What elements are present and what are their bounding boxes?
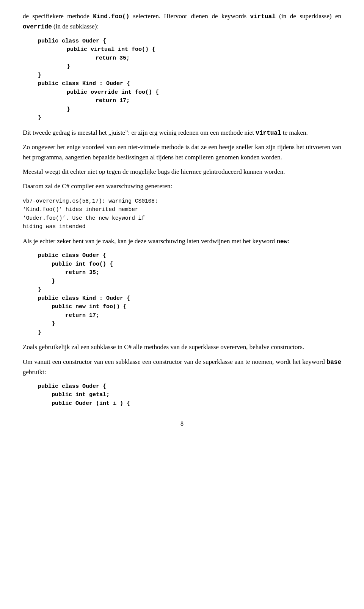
explanation-paragraph-3: Meestal weegt dit echter niet op tegen d… bbox=[23, 167, 341, 177]
code-line: } bbox=[38, 72, 41, 79]
code-block-3: public class Ouder { public int getal; p… bbox=[38, 382, 341, 408]
code-line: } bbox=[53, 63, 70, 70]
code-line: } bbox=[38, 321, 55, 327]
code-block-1: public class Ouder { public virtual int … bbox=[38, 37, 341, 123]
explanation-paragraph-1: Dit tweede gedrag is meestal het „juiste… bbox=[23, 128, 341, 138]
conclusion-paragraph-2: Om vanuit een constructor van een subkla… bbox=[23, 357, 341, 377]
explanation-text-1: Dit tweede gedrag is meestal het „juiste… bbox=[23, 129, 308, 136]
warning-block: vb7-overerving.cs(58,17): warning CS0108… bbox=[23, 197, 341, 231]
code-line: public override int foo() { bbox=[53, 89, 159, 96]
explanation-text-5: Als je echter zeker bent van je zaak, ka… bbox=[23, 238, 289, 245]
page-content: de specifiekere methode Kind.foo() selec… bbox=[23, 11, 341, 429]
code-line: } bbox=[38, 278, 55, 285]
code-line: public int foo() { bbox=[38, 261, 113, 268]
base-keyword-inline: base bbox=[327, 359, 341, 366]
conclusion-text-1: Zoals gebruikelijk zal een subklasse in … bbox=[23, 343, 304, 351]
code-line: public class Ouder { bbox=[38, 252, 106, 259]
code-line: return 35; bbox=[68, 55, 130, 61]
code-line: public new int foo() { bbox=[38, 304, 127, 310]
virtual-keyword: virtual bbox=[250, 13, 276, 20]
code-line: public class Ouder { bbox=[38, 383, 106, 390]
code-block-2: public class Ouder { public int foo() { … bbox=[38, 252, 341, 337]
conclusion-paragraph-1: Zoals gebruikelijk zal een subklasse in … bbox=[23, 342, 341, 352]
kind-foo-ref: Kind.foo() bbox=[93, 13, 129, 20]
code-line: } bbox=[53, 106, 70, 113]
explanation-text-4: Daarom zal de C# compiler een waarschuwi… bbox=[23, 183, 172, 190]
override-keyword: override bbox=[23, 24, 52, 30]
virtual-inline: virtual bbox=[256, 130, 281, 137]
new-keyword-inline: new bbox=[276, 238, 287, 245]
intro-text: de specifiekere methode Kind.foo() selec… bbox=[23, 13, 341, 30]
explanation-paragraph-2: Zo ongeveer het enige voordeel van een n… bbox=[23, 142, 341, 162]
intro-paragraph: de specifiekere methode Kind.foo() selec… bbox=[23, 11, 341, 32]
code-line: public class Kind : Ouder { bbox=[38, 80, 130, 87]
code-line: } bbox=[38, 115, 41, 121]
explanation-paragraph-4: Daarom zal de C# compiler een waarschuwi… bbox=[23, 181, 341, 191]
code-line: return 17; bbox=[38, 312, 99, 319]
code-line: } bbox=[38, 286, 41, 293]
code-line: public virtual int foo() { bbox=[53, 46, 155, 53]
code-line: public class Kind : Ouder { bbox=[38, 295, 130, 302]
conclusion-text-2: Om vanuit een constructor van een subkla… bbox=[23, 358, 341, 376]
explanation-text-3: Meestal weegt dit echter niet op tegen d… bbox=[23, 168, 285, 175]
code-line: return 17; bbox=[68, 98, 130, 104]
code-line: } bbox=[38, 329, 41, 336]
page-number: 8 bbox=[23, 419, 341, 429]
code-line: public Ouder (int i ) { bbox=[38, 400, 130, 407]
explanation-text-2: Zo ongeveer het enige voordeel van een n… bbox=[23, 143, 341, 161]
code-line: public int getal; bbox=[38, 392, 110, 398]
code-line: return 35; bbox=[38, 269, 99, 276]
explanation-paragraph-5: Als je echter zeker bent van je zaak, ka… bbox=[23, 236, 341, 247]
